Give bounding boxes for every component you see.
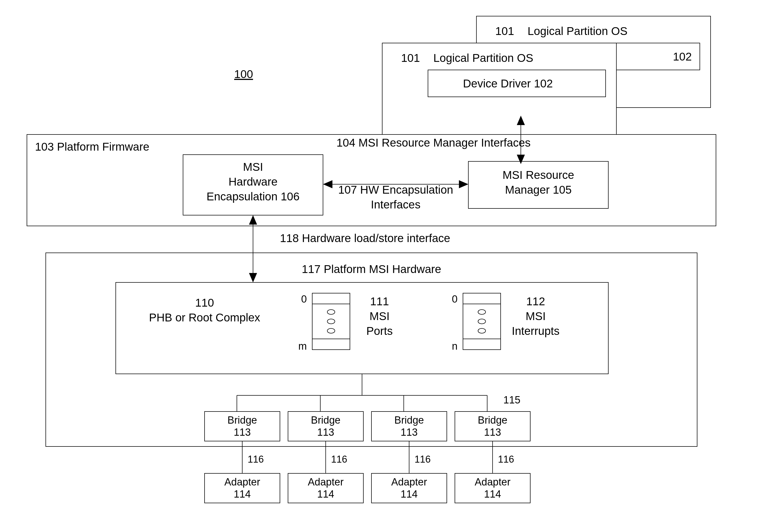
bridge-box: Bridge113 xyxy=(455,412,530,441)
logical-partition-front: 101 Logical Partition OS Device Driver 1… xyxy=(382,43,616,134)
ports-top: 0 xyxy=(301,294,307,305)
hw-title: 117 Platform MSI Hardware xyxy=(302,263,441,275)
hw-encap-l1: 107 HW Encapsulation xyxy=(338,183,453,196)
adapter-ref: 114 xyxy=(234,489,251,500)
adapter-row: 116Adapter114116Adapter114116Adapter1141… xyxy=(204,441,530,503)
ints-top: 0 xyxy=(452,294,458,305)
ports-l1: MSI xyxy=(370,310,390,322)
lp-front-ref: 101 xyxy=(401,52,420,64)
bridge-label: Bridge xyxy=(311,415,341,426)
encap-l1: MSI xyxy=(243,161,263,173)
bridge-label: Bridge xyxy=(394,415,424,426)
bridge-box: Bridge113 xyxy=(204,412,280,441)
adapter-conn-label: 116 xyxy=(498,454,514,465)
encap-l2: Hardware xyxy=(229,175,277,188)
ports-ref: 111 xyxy=(370,295,389,308)
bridge-label: Bridge xyxy=(227,415,257,426)
adapter-box: 116Adapter114 xyxy=(371,441,447,503)
adapter-conn-label: 116 xyxy=(331,454,347,465)
adapter-box: 116Adapter114 xyxy=(455,441,530,503)
adapter-label: Adapter xyxy=(475,476,510,488)
svg-marker-47 xyxy=(249,273,257,282)
adapter-ref: 114 xyxy=(317,489,334,500)
msi-rm-interfaces-label: 104 MSI Resource Manager Interfaces xyxy=(337,136,531,149)
adapter-label: Adapter xyxy=(224,476,260,488)
ints-l1: MSI xyxy=(526,310,546,322)
bus-tree xyxy=(237,374,487,412)
phb-ref: 110 xyxy=(195,297,214,309)
bridge-label: Bridge xyxy=(478,415,507,426)
lp-front-title: Logical Partition OS xyxy=(433,52,533,64)
hardware-container: 117 Platform MSI Hardware 110 PHB or Roo… xyxy=(46,253,697,503)
hw-encap-l2: Interfaces xyxy=(371,198,420,211)
svg-marker-43 xyxy=(323,180,333,188)
bridge-ref: 113 xyxy=(317,427,334,438)
adapter-box: 116Adapter114 xyxy=(288,441,363,503)
svg-rect-9 xyxy=(312,293,350,350)
bridge-box: Bridge113 xyxy=(288,412,363,441)
ints-l2: Interrupts xyxy=(512,325,559,337)
diagram-ref: 100 xyxy=(234,68,253,80)
mgr-l2: Manager 105 xyxy=(505,183,572,196)
ints-ref: 112 xyxy=(526,295,545,308)
svg-rect-15 xyxy=(463,293,500,350)
encap-l3: Encapsulation 106 xyxy=(206,190,300,203)
svg-marker-46 xyxy=(249,215,257,225)
svg-marker-44 xyxy=(459,180,468,188)
ports-l2: Ports xyxy=(366,325,393,337)
lp-back-title: Logical Partition OS xyxy=(528,25,627,37)
adapter-ref: 114 xyxy=(401,489,418,500)
architecture-diagram: 100 101 Logical Partition OS 102 101 Log… xyxy=(0,0,762,532)
adapter-conn-label: 116 xyxy=(248,454,264,465)
bridge-ref: 113 xyxy=(484,427,501,438)
lp-back-ref: 101 xyxy=(495,25,514,37)
lp-back-driver-ref: 102 xyxy=(673,50,692,63)
adapter-conn-label: 116 xyxy=(415,454,431,465)
firmware-ref-label: 103 Platform Firmware xyxy=(35,140,149,153)
load-store-label: 118 Hardware load/store interface xyxy=(280,232,450,244)
bridge-ref: 113 xyxy=(401,427,418,438)
adapter-box: 116Adapter114 xyxy=(204,441,280,503)
adapter-ref: 114 xyxy=(484,489,501,500)
ints-bottom: n xyxy=(452,341,458,352)
ports-bottom: m xyxy=(298,341,307,352)
mgr-l1: MSI Resource xyxy=(502,168,574,181)
adapter-label: Adapter xyxy=(308,476,343,488)
phb-label: PHB or Root Complex xyxy=(149,311,260,324)
bridge-row: Bridge113Bridge113Bridge113Bridge113 xyxy=(204,412,530,441)
adapter-label: Adapter xyxy=(391,476,427,488)
bridge-ref: 113 xyxy=(234,427,251,438)
lp-front-driver: Device Driver 102 xyxy=(463,77,553,90)
tree-label: 115 xyxy=(503,394,520,406)
bridge-box: Bridge113 xyxy=(371,412,447,441)
